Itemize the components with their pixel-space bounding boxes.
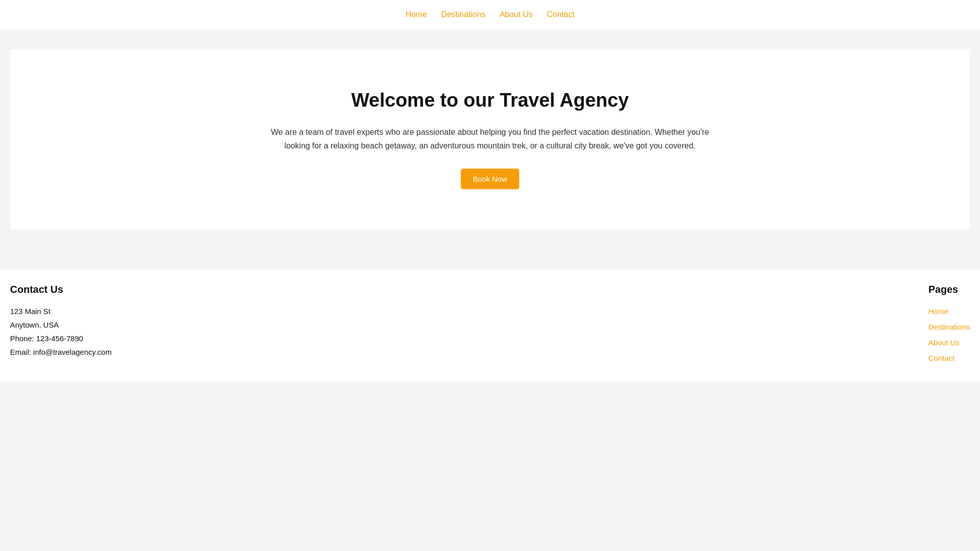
nav-contact[interactable]: Contact xyxy=(547,10,575,19)
nav-destinations[interactable]: Destinations xyxy=(441,10,485,19)
footer-page-destinations: Destinations xyxy=(928,320,970,334)
footer-page-home: Home xyxy=(928,304,970,318)
page-wrapper: Welcome to our Travel Agency We are a te… xyxy=(0,29,980,250)
hero-title: Welcome to our Travel Agency xyxy=(30,90,950,111)
footer-contact-details: 123 Main St Anytown, USA Phone: 123-456-… xyxy=(10,304,112,359)
footer-address-line1: 123 Main St xyxy=(10,307,50,316)
footer-pages-list: Home Destinations About Us Contact xyxy=(928,304,970,365)
footer-pages-heading: Pages xyxy=(928,284,970,295)
footer-link-home[interactable]: Home xyxy=(928,307,948,316)
nav-home[interactable]: Home xyxy=(405,10,427,19)
footer-page-about-us: About Us xyxy=(928,336,970,349)
footer-link-about-us[interactable]: About Us xyxy=(928,338,959,347)
footer-phone: Phone: 123-456-7890 xyxy=(10,334,83,343)
main-nav: Home Destinations About Us Contact xyxy=(405,10,575,19)
footer-page-contact: Contact xyxy=(928,351,970,365)
footer-address-line2: Anytown, USA xyxy=(10,321,59,329)
site-header: Home Destinations About Us Contact xyxy=(0,0,980,29)
footer-pages: Pages Home Destinations About Us Contact xyxy=(928,284,970,367)
nav-about-us[interactable]: About Us xyxy=(500,10,533,19)
site-footer: Contact Us 123 Main St Anytown, USA Phon… xyxy=(0,270,980,381)
hero-section: Welcome to our Travel Agency We are a te… xyxy=(10,49,970,229)
footer-email: Email: info@travelagency.com xyxy=(10,348,112,356)
footer-link-destinations[interactable]: Destinations xyxy=(928,323,970,331)
hero-description: We are a team of travel experts who are … xyxy=(263,125,717,152)
footer-contact-heading: Contact Us xyxy=(10,284,112,295)
footer-contact: Contact Us 123 Main St Anytown, USA Phon… xyxy=(10,284,112,359)
footer-link-contact[interactable]: Contact xyxy=(928,354,954,362)
book-now-button[interactable]: Book Now xyxy=(461,169,519,189)
